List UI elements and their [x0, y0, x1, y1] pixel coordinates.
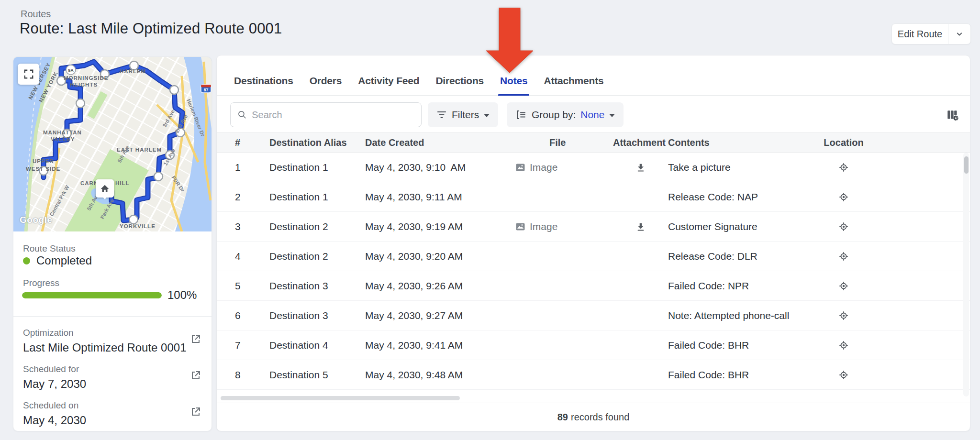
- row-location: [796, 340, 891, 351]
- table-row[interactable]: 3 Destination 2 May 4, 2030, 9:19 AM Ima…: [217, 212, 970, 242]
- horizontal-scrollbar-thumb[interactable]: [221, 396, 460, 400]
- table-row[interactable]: 7 Destination 4 May 4, 2030, 9:41 AM Fai…: [217, 330, 970, 360]
- location-icon[interactable]: [838, 310, 849, 321]
- row-contents: Customer Signature: [668, 221, 796, 232]
- tab-directions[interactable]: Directions: [435, 66, 484, 96]
- location-icon[interactable]: [838, 221, 849, 232]
- row-alias: Destination 1: [269, 191, 365, 203]
- fullscreen-icon: [23, 69, 34, 79]
- row-contents: Release Code: DLR: [668, 251, 796, 262]
- map-label-manhattan-valley-1: MANHATTAN: [43, 130, 82, 135]
- row-alias: Destination 5: [269, 369, 365, 381]
- column-header-contents[interactable]: Contents: [668, 137, 796, 148]
- table-row[interactable]: 8 Destination 5 May 4, 2030, 9:48 AM Fai…: [217, 360, 970, 390]
- route-map[interactable]: 9A 87 NEW JERSEY NEW YORK MORNINGSIDE HE…: [13, 57, 212, 231]
- search-field[interactable]: [230, 102, 422, 127]
- map-label-morningside-2: HEIGHTS: [70, 82, 98, 88]
- location-icon[interactable]: [838, 251, 849, 262]
- row-num: 5: [217, 280, 269, 292]
- tab-attachments[interactable]: Attachments: [544, 66, 603, 96]
- group-by-value: None: [580, 109, 604, 121]
- route-summary-panel: 9A 87 NEW JERSEY NEW YORK MORNINGSIDE HE…: [13, 56, 212, 431]
- row-contents: Failed Code: NPR: [668, 280, 796, 292]
- location-icon[interactable]: [838, 340, 849, 351]
- row-alias: Destination 1: [269, 162, 365, 173]
- table-footer: 89 records found: [217, 403, 970, 431]
- tab-activity-feed[interactable]: Activity Feed: [358, 66, 419, 96]
- svg-text:9A: 9A: [68, 68, 74, 73]
- column-header-date[interactable]: Date Created: [365, 137, 516, 148]
- external-link-icon: [190, 370, 201, 381]
- notes-table: 1 Destination 1 May 4, 2030, 9:10 AM Ima…: [217, 153, 970, 390]
- group-by-button[interactable]: Group by: None: [507, 102, 624, 127]
- row-alias: Destination 2: [269, 251, 365, 262]
- optimization-open-button[interactable]: [190, 333, 201, 345]
- external-link-icon: [190, 333, 201, 345]
- home-icon: [100, 183, 110, 194]
- vertical-scrollbar-track[interactable]: [963, 153, 969, 396]
- caret-down-icon: [484, 114, 490, 117]
- map-label-manhattan-valley-2: VALLEY: [51, 136, 75, 142]
- map-label-uws-1: UPPER: [33, 158, 54, 164]
- column-header-location[interactable]: Location: [796, 137, 891, 148]
- image-icon: [516, 223, 525, 231]
- scheduled-on-open-button[interactable]: [190, 406, 201, 418]
- row-location: [796, 370, 891, 380]
- row-num: 7: [217, 340, 269, 351]
- column-header-num[interactable]: #: [217, 137, 269, 148]
- row-location: [796, 162, 891, 173]
- row-date: May 4, 2030, 9:11 AM: [365, 191, 516, 203]
- location-icon[interactable]: [838, 192, 849, 202]
- scheduled-on-value: May 4, 2030: [23, 414, 86, 427]
- download-icon[interactable]: [635, 162, 646, 173]
- table-row[interactable]: 1 Destination 1 May 4, 2030, 9:10 AM Ima…: [217, 153, 970, 182]
- edit-route-dropdown[interactable]: [948, 29, 970, 39]
- location-icon[interactable]: [838, 162, 849, 173]
- edit-route-button[interactable]: Edit Route: [891, 23, 971, 44]
- tab-destinations[interactable]: Destinations: [234, 66, 293, 96]
- table-row[interactable]: 4 Destination 2 May 4, 2030, 9:20 AM Rel…: [217, 242, 970, 271]
- edit-route-label: Edit Route: [892, 29, 948, 40]
- column-header-file[interactable]: File: [516, 137, 613, 148]
- column-header-attachment[interactable]: Attachment: [613, 137, 668, 148]
- row-contents: Failed Code: BHR: [668, 340, 796, 351]
- breadcrumb[interactable]: Routes: [21, 9, 51, 20]
- download-icon[interactable]: [635, 221, 646, 232]
- caret-down-icon: [609, 114, 615, 117]
- search-input[interactable]: [252, 110, 414, 121]
- location-icon[interactable]: [838, 370, 849, 380]
- records-label: records found: [571, 412, 629, 423]
- table-row[interactable]: 5 Destination 3 May 4, 2030, 9:26 AM Fai…: [217, 271, 970, 301]
- search-icon: [237, 110, 247, 120]
- filters-label: Filters: [452, 109, 479, 121]
- table-row[interactable]: 6 Destination 3 May 4, 2030, 9:27 AM Not…: [217, 301, 970, 330]
- file-type-label: Image: [530, 162, 557, 173]
- map-label-yorkville: YORKVILLE: [120, 223, 156, 229]
- column-header-alias[interactable]: Destination Alias: [269, 137, 365, 148]
- map-depot-marker[interactable]: [96, 179, 114, 198]
- filters-button[interactable]: Filters: [428, 102, 498, 127]
- row-file[interactable]: Image: [516, 162, 613, 173]
- route-status: Completed: [23, 254, 92, 267]
- table-header: # Destination Alias Date Created File At…: [217, 132, 970, 153]
- row-contents: Release Code: NAP: [668, 191, 796, 203]
- page-title: Route: Last Mile Optimized Route 0001: [20, 20, 282, 37]
- location-icon[interactable]: [838, 281, 849, 291]
- map-fullscreen-button[interactable]: [18, 64, 39, 85]
- scheduled-for-open-button[interactable]: [190, 370, 201, 381]
- column-settings-button[interactable]: [942, 105, 963, 125]
- table-row[interactable]: 2 Destination 1 May 4, 2030, 9:11 AM Rel…: [217, 182, 970, 212]
- progress-label: Progress: [23, 278, 59, 288]
- divider: [13, 316, 212, 317]
- row-file[interactable]: Image: [516, 221, 613, 232]
- tab-orders[interactable]: Orders: [310, 66, 342, 96]
- columns-gear-icon: [946, 108, 960, 122]
- row-contents: Note: Attempted phone-call: [668, 310, 796, 321]
- row-date: May 4, 2030, 9:10 AM: [365, 162, 516, 173]
- row-date: May 4, 2030, 9:41 AM: [365, 340, 516, 351]
- row-alias: Destination 4: [269, 340, 365, 351]
- row-location: [796, 281, 891, 291]
- route-status-label: Route Status: [23, 243, 76, 254]
- row-attachment: [613, 162, 668, 173]
- vertical-scrollbar-thumb[interactable]: [964, 156, 969, 174]
